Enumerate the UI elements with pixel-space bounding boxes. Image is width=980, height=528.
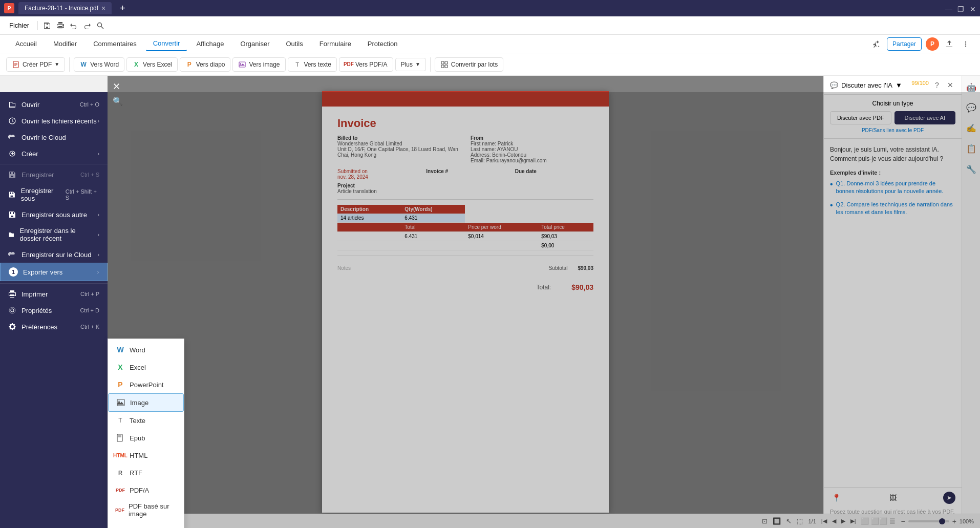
title-bar-left: P Facture-28-11 - Invoice.pdf × +: [4, 2, 945, 14]
creer-pdf-button[interactable]: Créer PDF ▼: [6, 57, 65, 72]
tab-outils[interactable]: Outils: [279, 37, 310, 51]
restore-button[interactable]: ❐: [957, 5, 964, 11]
svg-rect-12: [445, 61, 448, 64]
menu-ouvrir-recents[interactable]: Ouvrir les fichiers récents ›: [0, 113, 108, 129]
toolbar: Créer PDF ▼ W Vers Word X Vers Excel P V…: [0, 53, 980, 76]
word-submenu-icon: W: [115, 345, 125, 355]
close-window-button[interactable]: ✕: [970, 5, 976, 11]
submenu-epub[interactable]: Epub: [108, 429, 184, 447]
minimize-button[interactable]: —: [945, 5, 951, 11]
rtf-submenu-icon: R: [115, 468, 125, 478]
kebab-menu-icon[interactable]: [960, 38, 972, 50]
submenu-pdf-image[interactable]: PDF PDF basé sur image: [108, 499, 184, 521]
html-submenu-icon: HTML: [115, 450, 125, 460]
pdfa-submenu-icon: PDF: [115, 485, 125, 495]
ai-help-icon[interactable]: ?: [932, 80, 942, 90]
menu-preferences[interactable]: Préférences Ctrl + K: [0, 319, 108, 335]
svg-rect-14: [445, 65, 448, 68]
menu-separator-1: [37, 21, 38, 30]
share-button[interactable]: Partager: [887, 37, 922, 51]
epub-submenu-icon: [115, 433, 125, 443]
menu-enregistrer-sous[interactable]: Enregistrer sous Ctrl + Shift + S: [0, 183, 108, 206]
user-avatar-icon[interactable]: P: [926, 37, 939, 51]
window-controls: — ❐ ✕: [945, 5, 976, 11]
panel-search-button[interactable]: 🔍: [113, 96, 123, 106]
submenu-powerpoint[interactable]: P PowerPoint: [108, 376, 184, 393]
ai-dropdown-arrow[interactable]: ▼: [896, 81, 902, 89]
submenu-hwp[interactable]: H HWP: [108, 521, 184, 528]
menu-ouvrir-cloud[interactable]: Ouvrir le Cloud: [0, 129, 108, 145]
add-tab-button[interactable]: +: [116, 3, 130, 14]
menu-divider-2: [0, 283, 108, 284]
tab-formulaire[interactable]: Formulaire: [312, 37, 358, 51]
panel-close-button[interactable]: ✕: [113, 81, 120, 92]
tab-protection[interactable]: Protection: [360, 37, 405, 51]
magic-wand-icon[interactable]: [870, 38, 883, 50]
vers-texte-button[interactable]: T Vers texte: [288, 57, 337, 72]
excel-icon: X: [132, 60, 140, 69]
close-tab-button[interactable]: ×: [101, 4, 105, 12]
submenu-word[interactable]: W Word: [108, 341, 184, 358]
submenu-pdfa[interactable]: PDF PDF/A: [108, 481, 184, 499]
submenu-rtf[interactable]: R RTF: [108, 464, 184, 481]
search-icon-btn[interactable]: [94, 19, 106, 32]
menu-enregistrer-dossier-recent[interactable]: Enregistrer dans le dossier récent ›: [0, 223, 108, 246]
tab-modifier[interactable]: Modifier: [46, 37, 84, 51]
convertir-lots-button[interactable]: Convertir par lots: [435, 57, 503, 72]
svg-point-0: [98, 23, 102, 27]
creer-pdf-arrow: ▼: [54, 61, 59, 67]
ribbon-right: Partager P: [870, 37, 972, 51]
tab-organiser[interactable]: Organiser: [233, 37, 276, 51]
menu-proprietes[interactable]: Propriétés Ctrl + D: [0, 302, 108, 319]
image-icon: [238, 60, 246, 69]
powerpoint-submenu-icon: P: [115, 379, 125, 390]
ai-panel-icons: 99/100 ? ✕: [911, 80, 955, 90]
redo-icon-btn[interactable]: [81, 19, 93, 32]
vers-word-button[interactable]: W Vers Word: [74, 57, 124, 72]
pdfa-icon: PDF: [345, 60, 353, 69]
menu-divider-1: [0, 164, 108, 164]
menu-bar: Fichier: [0, 16, 980, 35]
diapo-icon: P: [185, 60, 194, 69]
tab-accueil[interactable]: Accueil: [8, 37, 44, 51]
submenu-texte[interactable]: T Texte: [108, 412, 184, 429]
menu-ouvrir[interactable]: Ouvrir Ctrl + O: [0, 96, 108, 113]
print-icon-btn[interactable]: [54, 19, 67, 32]
plus-button[interactable]: Plus ▼: [395, 58, 426, 71]
submenu-html[interactable]: HTML HTML: [108, 447, 184, 464]
vers-diapo-button[interactable]: P Vers diapo: [180, 57, 231, 72]
menu-enregistrer-cloud[interactable]: Enregistrer sur le Cloud ›: [0, 246, 108, 263]
svg-point-4: [965, 45, 966, 46]
menu-creer[interactable]: Créer ›: [0, 145, 108, 162]
ai-panel-title: 💬 Discuter avec l'IA ▼: [830, 81, 902, 89]
menu-enregistrer[interactable]: Enregistrer Ctrl + S: [0, 166, 108, 183]
upload-icon[interactable]: [943, 38, 955, 50]
submenu-image[interactable]: Image: [108, 393, 184, 412]
vers-excel-button[interactable]: X Vers Excel: [126, 57, 178, 72]
tab-title: Facture-28-11 - Invoice.pdf: [25, 5, 98, 12]
svg-line-1: [101, 26, 104, 29]
file-menu-button[interactable]: Fichier: [4, 19, 34, 31]
svg-point-20: [9, 307, 15, 313]
plus-arrow: ▼: [415, 61, 420, 67]
hwp-submenu-icon: H: [115, 525, 125, 528]
creer-pdf-icon: [12, 60, 20, 69]
active-tab[interactable]: Facture-28-11 - Invoice.pdf ×: [18, 2, 112, 14]
lots-icon: [440, 60, 449, 69]
vers-image-button[interactable]: Vers image: [232, 57, 285, 72]
submenu-excel[interactable]: X Excel: [108, 358, 184, 376]
menu-exporter-vers[interactable]: 1 Exporter vers ›: [0, 263, 108, 281]
vers-pdfa-button[interactable]: PDF Vers PDF/A: [339, 57, 393, 72]
menu-imprimer[interactable]: Imprimer Ctrl + P: [0, 286, 108, 302]
tab-convertir[interactable]: Convertir: [146, 36, 187, 51]
image-submenu-icon: [116, 397, 126, 408]
texte-icon: T: [293, 60, 302, 69]
undo-icon-btn[interactable]: [68, 19, 80, 32]
tab-commentaires[interactable]: Commentaires: [86, 37, 144, 51]
menu-enregistrer-sous-autre[interactable]: Enregistrer sous autre ›: [0, 206, 108, 223]
app-icon: P: [4, 3, 14, 13]
tab-affichage[interactable]: Affichage: [189, 37, 231, 51]
save-icon-btn[interactable]: [41, 19, 53, 32]
ai-close-icon[interactable]: ✕: [945, 80, 955, 90]
step-badge: 1: [9, 267, 18, 277]
